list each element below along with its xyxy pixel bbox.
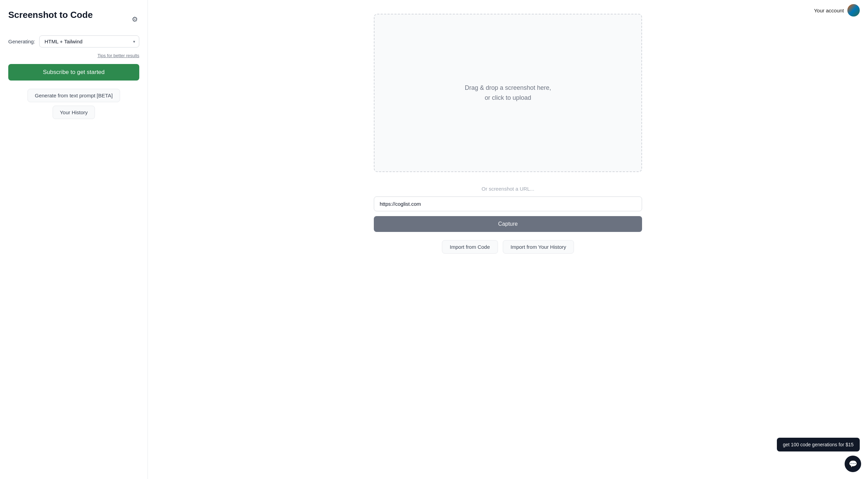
sidebar-title-row: Screenshot to Code ⚙: [8, 10, 139, 29]
url-section: Or screenshot a URL... Capture Import fr…: [374, 186, 642, 254]
generating-row: Generating: HTML + Tailwind HTML + CSS R…: [8, 35, 139, 47]
tips-link-container: Tips for better results: [8, 52, 139, 58]
drop-zone-line2: or click to upload: [465, 93, 551, 103]
sidebar-actions: Generate from text prompt [BETA] Your Hi…: [8, 89, 139, 119]
sidebar: Screenshot to Code ⚙ Generating: HTML + …: [0, 0, 148, 479]
url-input[interactable]: [374, 196, 642, 211]
drop-zone-text: Drag & drop a screenshot here, or click …: [465, 83, 551, 103]
tips-link[interactable]: Tips for better results: [97, 53, 139, 58]
promo-banner[interactable]: get 100 code generations for $15: [777, 438, 860, 451]
import-code-button[interactable]: Import from Code: [442, 240, 498, 254]
settings-button[interactable]: ⚙: [130, 14, 139, 25]
account-label: Your account: [814, 8, 844, 13]
url-label: Or screenshot a URL...: [481, 186, 534, 192]
drop-zone[interactable]: Drag & drop a screenshot here, or click …: [374, 14, 642, 172]
generating-label: Generating:: [8, 39, 35, 44]
gear-icon: ⚙: [132, 15, 138, 23]
chat-button[interactable]: 💬: [845, 456, 861, 472]
framework-select-wrapper: HTML + Tailwind HTML + CSS React + Tailw…: [39, 35, 139, 47]
layout: Screenshot to Code ⚙ Generating: HTML + …: [0, 0, 868, 479]
main-content: Drag & drop a screenshot here, or click …: [148, 0, 868, 479]
import-history-button[interactable]: Import from Your History: [503, 240, 574, 254]
app-title: Screenshot to Code: [8, 10, 93, 20]
import-row: Import from Code Import from Your Histor…: [442, 240, 574, 254]
drop-zone-line1: Drag & drop a screenshot here,: [465, 83, 551, 93]
history-button[interactable]: Your History: [53, 106, 95, 119]
capture-button[interactable]: Capture: [374, 216, 642, 232]
framework-select[interactable]: HTML + Tailwind HTML + CSS React + Tailw…: [39, 35, 139, 47]
chat-icon: 💬: [849, 460, 857, 468]
generate-text-prompt-button[interactable]: Generate from text prompt [BETA]: [28, 89, 120, 102]
subscribe-button[interactable]: Subscribe to get started: [8, 64, 139, 81]
avatar[interactable]: [847, 4, 860, 17]
header: Your account: [806, 0, 868, 21]
